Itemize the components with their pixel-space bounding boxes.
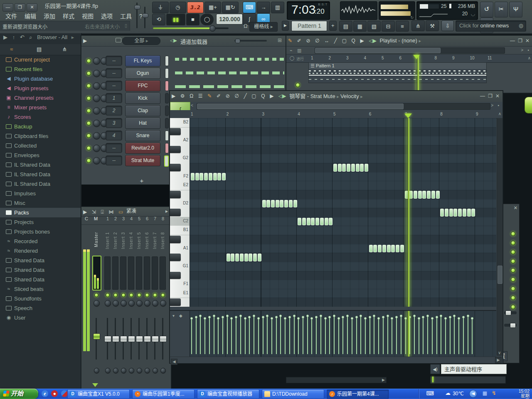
pr-vscrollbar[interactable]: ∨ bbox=[497, 118, 502, 356]
mx-dock-icon[interactable]: ⍗ bbox=[101, 207, 104, 217]
browser-expand-icon[interactable]: ▶ bbox=[3, 34, 7, 40]
browser-item[interactable]: Projects bones bbox=[0, 227, 81, 236]
velocity-handle[interactable] bbox=[396, 317, 397, 354]
velocity-handle[interactable] bbox=[392, 318, 392, 354]
velocity-handle[interactable] bbox=[214, 316, 214, 354]
mic-icon[interactable]: Ψ bbox=[509, 2, 522, 17]
pl-mute-icon[interactable]: ∅ bbox=[315, 36, 319, 46]
pr-scroll-left-icon[interactable]: < bbox=[191, 103, 193, 108]
graph-editor-icon[interactable]: ⊞ bbox=[278, 37, 282, 43]
channel-enable-led[interactable] bbox=[86, 133, 91, 138]
black-key-A#1[interactable] bbox=[170, 236, 181, 243]
black-key-D#1[interactable] bbox=[170, 298, 181, 306]
note-D#2-bar7[interactable] bbox=[422, 191, 426, 199]
mixer-fader[interactable] bbox=[128, 336, 135, 342]
velocity-handle[interactable] bbox=[441, 316, 441, 354]
note-F2-bar1[interactable] bbox=[204, 173, 208, 181]
channel-pan-knob[interactable] bbox=[93, 95, 100, 102]
velocity-handle[interactable] bbox=[458, 318, 459, 354]
velocity-handle[interactable] bbox=[347, 316, 348, 354]
close-icon[interactable]: ✕ bbox=[27, 3, 37, 12]
browser-item[interactable]: ◀Plugin database bbox=[0, 74, 81, 84]
mixer-aux-knob[interactable] bbox=[137, 368, 142, 373]
black-key-F#1[interactable] bbox=[170, 272, 181, 279]
note-D2-bar3[interactable] bbox=[262, 200, 266, 208]
velocity-handle[interactable] bbox=[196, 317, 197, 354]
mixer-track-label[interactable]: Insert 8 bbox=[160, 232, 165, 249]
pattern-add-button[interactable]: + bbox=[329, 21, 337, 31]
channel-selector[interactable] bbox=[165, 93, 169, 103]
driver-speaker-icon[interactable]: ◀) bbox=[430, 364, 440, 374]
browser-item[interactable]: Speech bbox=[0, 303, 81, 313]
bottom-scroll-strip[interactable] bbox=[430, 376, 506, 384]
note-F#2-bar5[interactable] bbox=[347, 164, 350, 172]
note-C2-bar4[interactable] bbox=[307, 218, 310, 226]
velocity-handle[interactable] bbox=[360, 316, 361, 354]
pr-maximize-icon[interactable]: ❐ bbox=[488, 93, 493, 99]
browser-item[interactable]: Clipboard files bbox=[0, 131, 81, 141]
channel-display[interactable]: 2 bbox=[106, 106, 122, 116]
browser-item[interactable]: Misc bbox=[0, 198, 81, 208]
pr-hscroll2-right-icon[interactable]: ▶ bbox=[495, 357, 502, 363]
channel-display[interactable]: -- bbox=[106, 81, 122, 91]
channel-display[interactable]: -- bbox=[106, 155, 122, 165]
settings-led[interactable] bbox=[511, 268, 515, 273]
velocity-handle[interactable] bbox=[320, 316, 321, 354]
mixer-track-led[interactable] bbox=[121, 293, 126, 297]
browser-item[interactable]: ◀Plugin presets bbox=[0, 84, 81, 93]
mixer-track-led[interactable] bbox=[153, 293, 157, 297]
velocity-handle[interactable] bbox=[401, 316, 401, 354]
note-F#2-bar5[interactable] bbox=[342, 164, 346, 172]
velocity-handle[interactable] bbox=[432, 318, 433, 354]
velocity-handle[interactable] bbox=[236, 317, 236, 354]
velocity-handle[interactable] bbox=[303, 317, 303, 354]
rack-filter-dropdown[interactable]: 全部 ▸ bbox=[122, 37, 160, 45]
black-key-G#1[interactable] bbox=[170, 254, 181, 261]
shuffle-slider[interactable] bbox=[153, 27, 229, 29]
channel-button-kick[interactable]: Kick bbox=[125, 93, 160, 104]
settings-led[interactable] bbox=[511, 250, 515, 254]
pr-timeline[interactable]: 123456789 bbox=[170, 110, 502, 118]
velocity-handle[interactable] bbox=[298, 318, 299, 354]
network-icon[interactable]: ▦ bbox=[483, 390, 487, 396]
settings-close-icon[interactable]: ✕ bbox=[514, 205, 517, 211]
velocity-pane-controls[interactable]: ▾ ◆ bbox=[170, 310, 190, 357]
taskbar-task[interactable]: ♪乐园第一期第4课... bbox=[327, 389, 389, 399]
note-C#2-bar8[interactable] bbox=[458, 209, 462, 217]
step-arrow-icon[interactable]: → bbox=[257, 2, 270, 13]
browser-toggle-icon[interactable]: ⊟ bbox=[382, 21, 395, 32]
mixer-col-8[interactable]: 8 bbox=[162, 216, 164, 221]
note-G#1-bar2[interactable] bbox=[249, 254, 252, 261]
channel-enable-led[interactable] bbox=[86, 108, 91, 113]
trash-icon[interactable]: ▯ bbox=[125, 23, 127, 28]
velocity-handle[interactable] bbox=[463, 317, 464, 354]
mixer-track-label[interactable]: Insert 2 bbox=[113, 232, 118, 249]
channel-selector[interactable] bbox=[165, 131, 169, 141]
menu-item-文件[interactable]: 文件 bbox=[2, 11, 21, 21]
note-A1-bar6[interactable] bbox=[400, 245, 404, 253]
note-C#2-bar8[interactable] bbox=[445, 209, 448, 217]
pr-playhead-marker[interactable] bbox=[404, 113, 412, 118]
snap-selector[interactable]: 栅格线 ▸ bbox=[249, 22, 278, 32]
tab-samples-icon[interactable]: ≈ bbox=[10, 46, 13, 52]
velocity-handle[interactable] bbox=[245, 318, 246, 354]
note-C2-bar4[interactable] bbox=[298, 218, 301, 226]
velocity-handle[interactable] bbox=[454, 316, 455, 354]
channel-pan-knob[interactable] bbox=[93, 70, 100, 77]
mixer-pan-knob[interactable] bbox=[152, 300, 158, 306]
song-loop-icon[interactable]: ⟲ bbox=[152, 14, 165, 25]
mixer-fader[interactable] bbox=[152, 336, 159, 342]
pl-select-icon[interactable]: ▢ bbox=[342, 36, 347, 46]
reset-meter-icon[interactable]: ↻ bbox=[410, 15, 414, 20]
note-F#2-bar5[interactable] bbox=[356, 164, 360, 172]
browser-item[interactable]: Current project bbox=[0, 55, 81, 64]
menu-item-样式[interactable]: 样式 bbox=[59, 11, 78, 21]
pattern-selector[interactable]: Pattern 1 bbox=[291, 21, 327, 31]
typing-keyboard-icon[interactable]: ⌨ bbox=[243, 2, 256, 13]
black-key-C#2[interactable] bbox=[170, 209, 181, 216]
mx-more-icon[interactable]: ▸ bbox=[165, 208, 168, 214]
velocity-handle[interactable] bbox=[316, 317, 317, 354]
pr-magnet-icon[interactable]: Ω bbox=[190, 91, 193, 101]
plugin-icon[interactable]: ⋔ bbox=[411, 20, 425, 31]
clip-menu-icon[interactable]: ☰ bbox=[310, 63, 315, 68]
